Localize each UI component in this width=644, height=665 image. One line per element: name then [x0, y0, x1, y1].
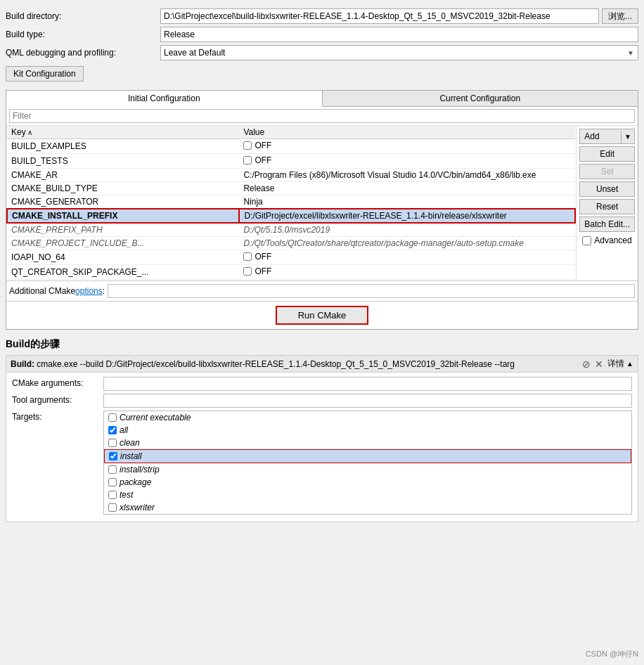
- target-item[interactable]: xlsxwriter: [104, 501, 631, 514]
- build-type-label: Build type:: [6, 30, 160, 39]
- col-header-value[interactable]: Value: [239, 126, 575, 139]
- table-row[interactable]: CMAKE_ARC:/Program Files (x86)/Microsoft…: [7, 169, 575, 182]
- advanced-checkbox[interactable]: [582, 236, 591, 245]
- table-cell-value: D:/Qt/Tools/QtCreator/share/qtcreator/pa…: [239, 237, 575, 250]
- unset-button[interactable]: Unset: [579, 181, 635, 197]
- cmake-args-row: CMake arguments:: [12, 377, 632, 391]
- build-directory-input[interactable]: [160, 8, 599, 24]
- filter-input[interactable]: [9, 109, 635, 123]
- target-checkbox[interactable]: [108, 465, 117, 474]
- advanced-row: Advanced: [579, 234, 635, 247]
- build-header: Build: cmake.exe --build D:/GitProject/e…: [6, 355, 638, 373]
- table-cell-value: D:/Qt/5.15.0/msvc2019/bin/qmake.exe: [239, 280, 575, 281]
- kit-config-section: Kit Configuration: [6, 66, 638, 86]
- table-cell-key: IOAPI_NO_64: [7, 250, 239, 265]
- target-item[interactable]: all: [104, 424, 631, 437]
- tab-current-configuration[interactable]: Current Configuration: [323, 91, 638, 106]
- qml-label: QML debugging and profiling:: [6, 48, 160, 58]
- target-item[interactable]: clean: [104, 437, 631, 449]
- batch-edit-button[interactable]: Batch Edit...: [579, 217, 635, 232]
- target-checkbox[interactable]: [108, 413, 117, 422]
- set-button[interactable]: Set: [579, 164, 635, 179]
- table-row[interactable]: QT_CREATOR_SKIP_PACKAGE_...OFF: [7, 265, 575, 280]
- table-cell-key: BUILD_TESTS: [7, 154, 239, 169]
- table-checkbox[interactable]: [243, 252, 252, 261]
- build-directory-row: Build directory: 浏览...: [6, 8, 638, 24]
- target-item[interactable]: install/strip: [104, 463, 631, 476]
- target-label: xlsxwriter: [120, 503, 155, 512]
- build-section-title: Build的步骤: [6, 338, 638, 351]
- table-value-text: OFF: [255, 266, 271, 276]
- target-label: all: [120, 425, 128, 435]
- detail-arrow: ▲: [626, 360, 633, 368]
- target-checkbox[interactable]: [108, 503, 117, 512]
- cmake-args-input[interactable]: [103, 377, 632, 391]
- qml-select[interactable]: Leave at Default: [160, 45, 638, 60]
- table-value-text: OFF: [255, 155, 271, 165]
- close-icon[interactable]: ✕: [595, 359, 603, 370]
- targets-list: Current executableallcleaninstallinstall…: [103, 411, 632, 515]
- add-button[interactable]: Add ▼: [579, 129, 635, 144]
- table-row[interactable]: BUILD_EXAMPLESOFF: [7, 139, 575, 154]
- target-item[interactable]: test: [104, 489, 631, 501]
- table-cell-value: C:/Program Files (x86)/Microsoft Visual …: [239, 169, 575, 182]
- add-button-arrow[interactable]: ▼: [621, 131, 634, 143]
- table-scroll-container[interactable]: Key Value BUILD_EXAMPLESOFFBUILD_TESTSOF…: [6, 126, 576, 280]
- table-cell-value: OFF: [239, 250, 575, 265]
- table-value-text: OFF: [255, 141, 271, 150]
- run-cmake-button[interactable]: Run CMake: [276, 306, 369, 325]
- target-item[interactable]: install: [104, 449, 631, 463]
- run-cmake-wrapper: Run CMake: [6, 301, 638, 329]
- config-table-body: BUILD_EXAMPLESOFFBUILD_TESTSOFFCMAKE_ARC…: [7, 139, 575, 281]
- target-label: install: [120, 451, 142, 461]
- config-table-header: Key Value: [7, 126, 575, 139]
- edit-button[interactable]: Edit: [579, 146, 635, 162]
- target-label: Current executable: [120, 413, 191, 422]
- table-row[interactable]: BUILD_TESTSOFF: [7, 154, 575, 169]
- tool-args-row: Tool arguments:: [12, 394, 632, 408]
- cmake-options-input[interactable]: [108, 284, 635, 298]
- table-row[interactable]: CMAKE_GENERATORNinja: [7, 195, 575, 209]
- config-table-header-row: Key Value: [7, 126, 575, 139]
- table-row[interactable]: QT_QMAKE_EXECUTABLED:/Qt/5.15.0/msvc2019…: [7, 280, 575, 281]
- tab-initial-configuration[interactable]: Initial Configuration: [6, 91, 323, 107]
- table-row[interactable]: CMAKE_BUILD_TYPERelease: [7, 182, 575, 195]
- targets-row: Targets: Current executableallcleaninsta…: [12, 411, 632, 515]
- table-row[interactable]: CMAKE_PROJECT_INCLUDE_B...D:/Qt/Tools/Qt…: [7, 237, 575, 250]
- table-cell-value: Release: [239, 182, 575, 195]
- detail-link[interactable]: 详情 ▲: [607, 358, 633, 370]
- table-cell-key: QT_QMAKE_EXECUTABLE: [7, 280, 239, 281]
- reset-button[interactable]: Reset: [579, 199, 635, 214]
- table-row[interactable]: CMAKE_INSTALL_PREFIXD:/GitProject/excel/…: [7, 209, 575, 223]
- stop-icon[interactable]: ⊘: [582, 359, 591, 370]
- add-button-label[interactable]: Add: [580, 129, 621, 143]
- config-table-wrapper: Key Value BUILD_EXAMPLESOFFBUILD_TESTSOF…: [6, 126, 577, 280]
- cmake-options-colon: :: [103, 286, 105, 296]
- table-checkbox[interactable]: [243, 156, 252, 164]
- table-cell-value: OFF: [239, 139, 575, 154]
- col-header-key[interactable]: Key: [7, 126, 239, 139]
- browse-button[interactable]: 浏览...: [602, 8, 638, 24]
- table-row[interactable]: IOAPI_NO_64OFF: [7, 250, 575, 265]
- detail-label: 详情: [607, 359, 624, 368]
- kit-configuration-button[interactable]: Kit Configuration: [6, 66, 84, 82]
- build-section: Build的步骤 Build: cmake.exe --build D:/Git…: [6, 338, 638, 522]
- target-checkbox[interactable]: [108, 426, 117, 434]
- table-cell-value: D:/Qt/5.15.0/msvc2019: [239, 223, 575, 237]
- tool-args-input[interactable]: [103, 394, 632, 408]
- cmake-options-link[interactable]: options: [75, 286, 103, 296]
- target-checkbox[interactable]: [109, 452, 117, 460]
- configuration-panel: Initial Configuration Current Configurat…: [6, 90, 638, 330]
- target-checkbox[interactable]: [108, 491, 117, 499]
- build-type-input[interactable]: [160, 27, 638, 42]
- target-item[interactable]: Current executable: [104, 411, 631, 424]
- advanced-label: Advanced: [594, 235, 631, 245]
- qml-row: QML debugging and profiling: Leave at De…: [6, 45, 638, 60]
- table-checkbox[interactable]: [243, 141, 252, 150]
- table-checkbox[interactable]: [243, 267, 252, 276]
- target-item[interactable]: package: [104, 476, 631, 489]
- target-checkbox[interactable]: [108, 439, 117, 447]
- target-checkbox[interactable]: [108, 478, 117, 486]
- table-cell-key: QT_CREATOR_SKIP_PACKAGE_...: [7, 265, 239, 280]
- table-row[interactable]: CMAKE_PREFIX_PATHD:/Qt/5.15.0/msvc2019: [7, 223, 575, 237]
